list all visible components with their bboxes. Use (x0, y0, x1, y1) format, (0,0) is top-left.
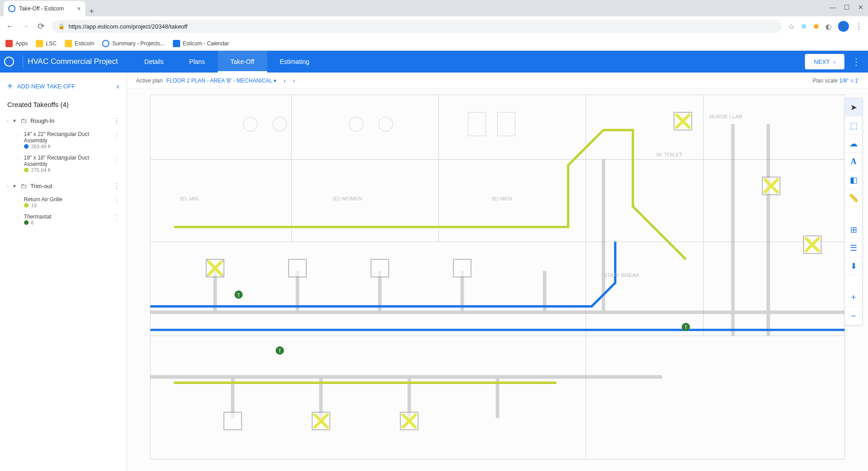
takeoff-item[interactable]: ◦ 14" x 22" Rectangular Duct Assembly 26… (4, 128, 123, 152)
canvas-toolbar: Active plan FLOOR 2 PLAN - AREA 'B' - ME… (127, 73, 868, 89)
app-logo[interactable] (0, 57, 18, 67)
menu-icon[interactable]: ⋮ (855, 22, 863, 31)
scale-label: Plan scale (813, 78, 838, 84)
bookmark-summary[interactable]: Summary - Projects... (102, 40, 164, 47)
zoom-in-button[interactable]: + (845, 289, 862, 307)
tab-details[interactable]: Details (132, 51, 177, 73)
sidebar: +ADD NEW TAKE-OFF ‹ Created Takeoffs (4)… (0, 73, 127, 471)
svg-text:(E) WOMEN: (E) WOMEN (333, 195, 362, 201)
bookmark-calendar[interactable]: Esticom - Calendar (173, 40, 229, 47)
add-takeoff-button[interactable]: +ADD NEW TAKE-OFF (7, 81, 75, 92)
extension-icon[interactable]: ❄ (801, 22, 807, 31)
bookmark-apps[interactable]: Apps (5, 40, 28, 47)
visibility-icon[interactable]: ◦ (17, 214, 20, 221)
address-bar: ← → ⟳ 🔒 https://app.esticom.com/project/… (0, 16, 868, 36)
color-dot (24, 220, 29, 225)
group-row-roughin[interactable]: ◦ ▼ 🗀 Rough-In ⋮ (4, 113, 123, 128)
cloud-tool[interactable]: ☁ (845, 135, 862, 153)
bookmark-lsc[interactable]: LSC (36, 40, 56, 47)
takeoff-item[interactable]: ◦ Return Air Grille 19 ⋮ (4, 194, 123, 211)
new-tab-button[interactable]: + (85, 7, 98, 16)
lock-icon: 🔒 (58, 23, 65, 29)
more-icon[interactable]: ⋮ (113, 182, 120, 190)
more-icon[interactable]: ⋮ (113, 117, 120, 125)
scale-value[interactable]: 1/8" = 1' (839, 78, 859, 84)
url-field[interactable]: 🔒 https://app.esticom.com/project/20348/… (52, 20, 782, 33)
site-icon (102, 40, 109, 47)
header-tabs: Details Plans Take-Off Estimating (132, 51, 322, 73)
tab-plans[interactable]: Plans (177, 51, 218, 73)
favicon-icon (8, 5, 15, 12)
star-icon[interactable]: ☆ (788, 22, 794, 31)
svg-point-10 (349, 117, 363, 131)
measure-tool[interactable]: 📏 (845, 189, 862, 207)
close-window-icon[interactable]: ✕ (858, 4, 863, 11)
tab-estimating[interactable]: Estimating (267, 51, 322, 73)
takeoff-item[interactable]: ◦ 18" x 18" Rectangular Duct Assembly 27… (4, 152, 123, 175)
visibility-icon[interactable]: ◦ (17, 197, 20, 204)
svg-text:T: T (278, 348, 281, 354)
next-plan-icon[interactable]: › (293, 77, 295, 84)
color-dot (24, 144, 29, 149)
layers-tool[interactable]: ☰ (845, 239, 862, 257)
prev-plan-icon[interactable]: ‹ (284, 77, 286, 84)
cursor-tool[interactable]: ➤ (845, 98, 862, 117)
forward-icon[interactable]: → (21, 22, 30, 31)
more-icon[interactable]: ⋮ (113, 196, 120, 205)
sidebar-heading: Created Takeoffs (4) (0, 94, 127, 113)
visibility-icon[interactable]: ◦ (17, 132, 20, 139)
tab-strip: Take-Off - Esticom × + — ☐ ✕ (0, 0, 868, 16)
svg-point-9 (273, 117, 287, 131)
folder-icon (36, 40, 43, 47)
more-icon[interactable]: ⋮ (113, 131, 120, 140)
group-row-trimout[interactable]: ◦ ▼ 🗀 Trim-out ⋮ (4, 178, 123, 194)
more-icon[interactable]: ⋮ (852, 56, 861, 67)
blueprint-svg: T T T (E) JAN. (E) WOMEN (E) MEN W. TOIL… (127, 89, 868, 471)
next-button[interactable]: NEXT› (805, 54, 844, 69)
maximize-icon[interactable]: ☐ (844, 4, 850, 11)
drawing-viewport[interactable]: T T T (E) JAN. (E) WOMEN (E) MEN W. TOIL… (127, 89, 868, 471)
zoom-out-button[interactable]: − (845, 307, 862, 325)
plus-icon: + (7, 81, 13, 92)
download-tool[interactable]: ⬇ (845, 257, 862, 275)
browser-tab[interactable]: Take-Off - Esticom × (4, 1, 85, 16)
tab-title: Take-Off - Esticom (19, 5, 64, 12)
folder-icon: 🗀 (20, 182, 27, 189)
compare-tool[interactable]: ◧ (845, 171, 862, 189)
svg-rect-32 (371, 259, 389, 277)
plan-selector[interactable]: FLOOR 2 PLAN - AREA 'B' - MECHANICAL ▾ (167, 78, 276, 84)
color-dot (24, 168, 29, 172)
chevron-right-icon: › (834, 58, 835, 65)
back-icon[interactable]: ← (5, 22, 15, 31)
visibility-icon[interactable]: ◦ (6, 117, 9, 124)
tab-takeoff[interactable]: Take-Off (218, 51, 267, 73)
calendar-icon (173, 40, 180, 47)
minimize-icon[interactable]: — (829, 4, 836, 11)
more-icon[interactable]: ⋮ (113, 214, 120, 222)
svg-point-11 (379, 117, 393, 131)
extension-icon-3[interactable]: ◐ (825, 22, 832, 31)
svg-rect-12 (468, 112, 486, 136)
text-tool[interactable]: A (845, 153, 862, 171)
takeoff-item[interactable]: ◦ Thermastat 6 ⋮ (4, 211, 123, 228)
collapse-sidebar-icon[interactable]: ‹ (117, 82, 119, 91)
caret-down-icon[interactable]: ▼ (12, 118, 17, 123)
apps-icon (5, 40, 13, 47)
visibility-icon[interactable]: ◦ (17, 155, 20, 162)
folder-icon: 🗀 (20, 117, 27, 124)
grid-tool[interactable]: ⊞ (845, 221, 862, 239)
folder-icon (65, 40, 72, 47)
more-icon[interactable]: ⋮ (113, 155, 120, 163)
url-text: https://app.esticom.com/project/20348/ta… (69, 23, 187, 30)
bookmark-esticom[interactable]: Esticom (65, 40, 94, 47)
svg-text:STAFF BREAK: STAFF BREAK (603, 272, 639, 278)
visibility-icon[interactable]: ◦ (6, 182, 9, 189)
profile-avatar[interactable]: C (838, 21, 849, 32)
svg-text:NURSE / LAB: NURSE / LAB (709, 113, 742, 119)
close-icon[interactable]: × (77, 5, 81, 12)
select-rect-tool[interactable]: ⬚ (845, 117, 862, 135)
reload-icon[interactable]: ⟳ (36, 21, 45, 31)
svg-text:(E) JAN.: (E) JAN. (180, 195, 200, 201)
caret-down-icon[interactable]: ▼ (12, 184, 17, 189)
extension-icon-2[interactable]: ✱ (813, 22, 819, 31)
